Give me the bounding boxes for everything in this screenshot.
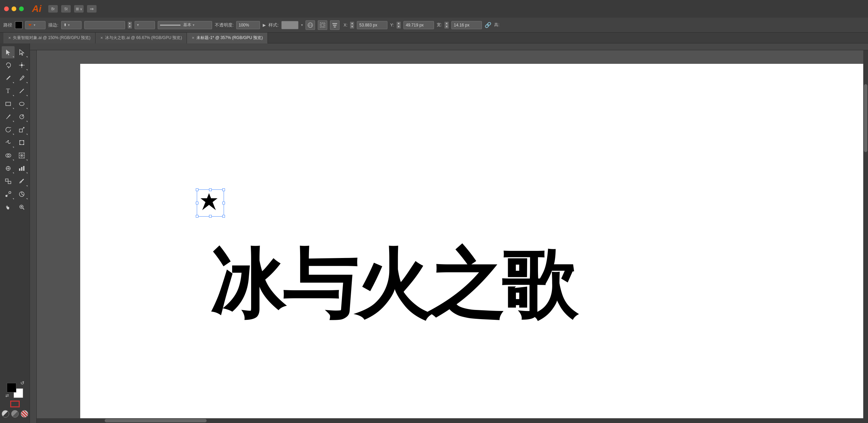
transparency-value[interactable]: 100% [236,21,260,29]
y-up[interactable]: ▲ [397,22,401,25]
stock-icon[interactable]: St [61,5,71,13]
direct-select-tool[interactable] [15,46,28,58]
minimize-button[interactable] [12,6,16,11]
gradient-mode-btn[interactable] [11,410,19,418]
handle-tl[interactable] [196,188,198,191]
handle-mr[interactable] [222,202,225,204]
style-input[interactable] [281,21,298,29]
x-field[interactable]: 53.883 px [357,21,387,29]
svg-rect-6 [332,23,337,24]
close-button[interactable] [4,6,9,11]
properties-bar: 路径 ▾ 描边: ⬆ ▾ ▲ ▼ ▾ 基本 ▾ 不透明度: 100% ▶ 样式:… [0,18,868,33]
warp-tool[interactable] [2,136,15,149]
maximize-button[interactable] [19,6,24,11]
tab-3[interactable]: ✕ 未标题-1* @ 357% (RGB/GPU 预览) [187,33,268,43]
type-tool[interactable]: T [2,85,15,97]
scrollbar-h-thumb[interactable] [105,419,207,422]
rect-tool[interactable] [2,98,15,110]
scale-tool[interactable] [15,124,28,136]
width-field[interactable]: 14.16 px [451,21,482,29]
graph-tool[interactable] [15,162,28,174]
swap-colors-icon[interactable]: ⇄ [5,393,9,398]
chart2-tool[interactable] [15,188,28,200]
lasso-tool[interactable] [2,59,15,71]
width-down[interactable]: ▼ [445,25,449,29]
join-tool[interactable] [2,175,15,187]
y-stepper[interactable]: ▲ ▼ [397,22,401,29]
svg-marker-57 [201,193,218,210]
pen-tool[interactable] [2,72,15,84]
pencil-tool[interactable] [15,72,28,84]
tab-1-close[interactable]: ✕ [8,36,11,40]
selected-object[interactable] [197,189,224,217]
canvas-area[interactable]: 冰与火之歌 [30,43,868,423]
zoom-tool[interactable] [15,201,28,213]
tabs-drag-handle [0,33,3,43]
stroke-dropdown[interactable]: ⬆ ▾ [61,21,82,29]
line-style[interactable]: 基本 ▾ [158,21,212,29]
handle-tc[interactable] [209,188,212,191]
workspace-icon[interactable]: ⊞ ∨ [74,5,84,13]
tab-2[interactable]: ✕ 冰与火之歌.ai @ 66.67% (RGB/GPU 预览) [96,33,187,43]
tab-1[interactable]: ✕ 矢量智能对象.ai @ 150% (RGB/GPU 预览) [3,33,96,43]
ellipse-tool[interactable] [15,98,28,110]
stroke-down[interactable]: ▼ [128,25,132,29]
width-stepper[interactable]: ▲ ▼ [445,22,449,29]
blob-brush-tool[interactable] [15,111,28,123]
blend-tool[interactable] [2,188,15,200]
symbol-tool[interactable] [2,162,15,174]
handle-bc[interactable] [209,215,212,218]
tool-row-7 [2,124,28,136]
transparency-arrow[interactable]: ▶ [263,23,266,27]
reset-colors-icon[interactable]: ↺ [20,380,24,386]
transform-icon[interactable] [318,20,327,30]
y-down[interactable]: ▼ [397,25,401,29]
x-down[interactable]: ▼ [350,25,354,29]
fill-swatch[interactable] [15,21,22,29]
stroke-type-dropdown[interactable]: ▾ [135,21,155,29]
stroke-color-swatch[interactable] [10,401,20,407]
path-label: 路径 [3,22,12,28]
handle-bl[interactable] [196,215,198,218]
free-transform-tool[interactable] [15,136,28,149]
handle-tr[interactable] [222,188,225,191]
pattern-mode-btn[interactable] [21,410,28,418]
fg-color-swatch[interactable] [7,383,16,392]
scrollbar-horizontal[interactable] [37,418,868,423]
eyedropper-tool[interactable] [15,175,28,187]
stroke-up[interactable]: ▲ [128,22,132,25]
style-arrow[interactable]: ▾ [301,23,303,27]
hand-tool[interactable] [2,201,15,213]
magic-wand-tool[interactable] [15,59,28,71]
scrollbar-vertical[interactable] [863,50,868,418]
y-field[interactable]: 49.719 px [403,21,434,29]
color-mode-row [2,410,28,418]
tab-2-close[interactable]: ✕ [100,36,103,40]
stroke-input[interactable] [84,21,125,29]
color-mode-btn[interactable] [2,410,9,418]
perspective-tool[interactable] [15,149,28,162]
select-tool[interactable] [2,46,15,58]
svg-rect-19 [6,102,11,106]
brush-tool[interactable] [2,111,15,123]
width-label: 宽: [437,22,442,28]
globe-icon[interactable] [306,20,315,30]
handle-br[interactable] [222,215,225,218]
tab-3-close[interactable]: ✕ [192,36,194,40]
shape-builder-tool[interactable] [2,149,15,162]
handle-ml[interactable] [196,202,198,204]
align-icon[interactable] [330,20,340,30]
x-up[interactable]: ▲ [350,22,354,25]
x-stepper[interactable]: ▲ ▼ [350,22,354,29]
tool-row-2 [2,59,28,71]
width-up[interactable]: ▲ [445,22,449,25]
line-tool[interactable] [15,85,28,97]
bridge-icon[interactable]: Br [48,5,58,13]
broadcast-icon[interactable]: ⇒ [87,5,97,13]
stroke-stepper[interactable]: ▲ ▼ [128,22,132,29]
scrollbar-v-thumb[interactable] [864,84,867,152]
fill-dropdown[interactable]: ▾ [25,21,46,29]
rotate-tool[interactable] [2,124,15,136]
main-layout: T [0,43,868,423]
chain-icon[interactable]: 🔗 [485,22,491,28]
